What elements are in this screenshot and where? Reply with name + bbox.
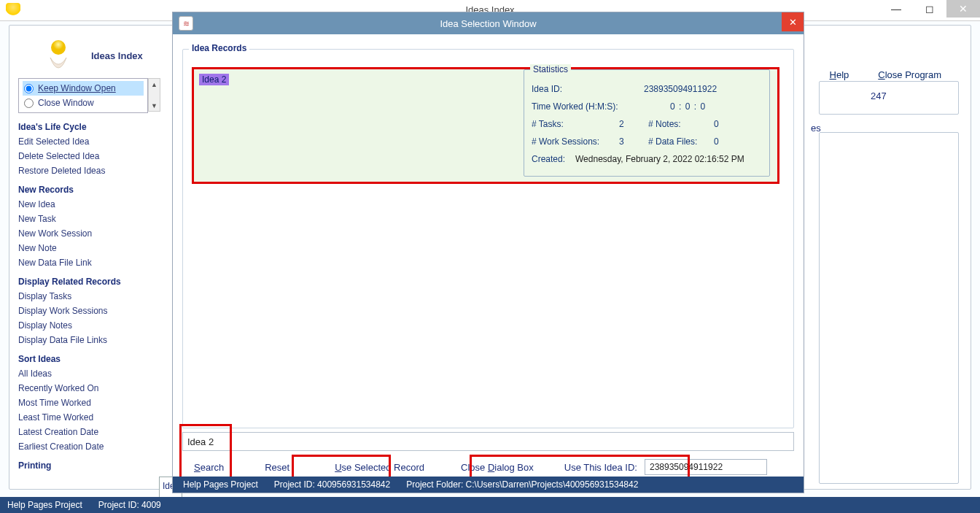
sidebar-group-title: Display Related Records: [18, 277, 155, 287]
statistics-body: Idea ID: 238935094911922 Time Worked (H:…: [532, 80, 762, 171]
sidebar-item[interactable]: Restore Deleted Ideas: [18, 164, 155, 177]
dialog-title: Idea Selection Window: [440, 18, 536, 29]
radio-keep-open[interactable]: [24, 84, 34, 93]
stat-tasks-value: 2: [619, 119, 648, 129]
maximize-button[interactable]: ◻: [913, 0, 946, 18]
sidebar-group-title: Sort Ideas: [18, 354, 155, 364]
records-highlight-box: Idea 2 Statistics Idea ID: 2389350949119…: [192, 67, 779, 184]
right-secondary-box: es: [819, 132, 959, 484]
sidebar-item[interactable]: Display Data File Links: [18, 333, 155, 347]
idea-records-legend: Idea Records: [189, 43, 249, 53]
sidebar-window-options: Keep Window Open Close Window: [18, 78, 148, 113]
sidebar-options-scrollbar[interactable]: ▲ ▼: [148, 78, 160, 112]
records-count-box: rds 247: [819, 81, 959, 115]
stat-idea-id-label: Idea ID:: [532, 84, 619, 94]
stat-tasks-label: # Tasks:: [532, 119, 619, 129]
sidebar-item[interactable]: Delete Selected Idea: [18, 150, 155, 163]
idea-records-fieldset: Idea Records Idea 2 Statistics Idea ID: …: [182, 49, 794, 428]
java-icon: ≋: [179, 16, 193, 31]
close-dialog-button[interactable]: Close Dialog Box: [449, 458, 545, 477]
app-icon: [6, 3, 20, 18]
stat-sessions-value: 3: [619, 136, 648, 147]
dialog-body: Idea Records Idea 2 Statistics Idea ID: …: [178, 39, 798, 472]
sidebar-item[interactable]: Display Work Sessions: [18, 304, 155, 317]
sidebar-item[interactable]: New Work Session: [18, 227, 155, 240]
radio-close-window[interactable]: [24, 99, 34, 108]
main-menubar: Help Close Program: [830, 69, 941, 80]
stat-created-label: Created:: [532, 154, 569, 164]
sidebar-list: Idea's Life CycleEdit Selected IdeaDelet…: [18, 117, 155, 478]
idea-selection-dialog: ≋ Idea Selection Window ✕ Idea Records I…: [173, 12, 804, 493]
search-input[interactable]: [182, 432, 794, 451]
stat-files-value: 0: [714, 136, 743, 147]
menu-close-program[interactable]: Close Program: [878, 69, 941, 80]
dialog-status-bar: Help Pages Project Project ID: 400956931…: [173, 477, 804, 493]
option-close-window[interactable]: Close Window: [23, 96, 144, 110]
stat-idea-id-value: 238935094911922: [644, 84, 762, 94]
window-buttons: — ◻ ✕: [879, 0, 980, 18]
idea-id-input[interactable]: [645, 459, 767, 475]
close-button[interactable]: ✕: [946, 0, 980, 18]
sidebar-group: Display Related RecordsDisplay TasksDisp…: [18, 277, 155, 347]
sidebar-group: Idea's Life CycleEdit Selected IdeaDelet…: [18, 122, 155, 177]
sidebar-item[interactable]: New Idea: [18, 198, 155, 211]
dialog-status-project: Help Pages Project: [183, 479, 258, 490]
sidebar-group-title: New Records: [18, 185, 155, 195]
sidebar-group-title: Idea's Life Cycle: [18, 122, 155, 132]
use-selected-record-button[interactable]: Use Selected Record: [323, 458, 436, 477]
dialog-close-button[interactable]: ✕: [782, 12, 804, 31]
dialog-button-row: Search Reset Use Selected Record Close D…: [182, 456, 794, 478]
stat-time-h: 0: [670, 101, 675, 112]
stat-time-label: Time Worked (H:M:S):: [532, 101, 619, 112]
sidebar-item[interactable]: Recently Worked On: [18, 382, 155, 395]
sidebar-item[interactable]: Most Time Worked: [18, 396, 155, 409]
sidebar-item[interactable]: Display Tasks: [18, 290, 155, 303]
status-project-id: Project ID: 4009: [98, 500, 161, 510]
dialog-status-folder: Project Folder: C:\Users\Darren\Projects…: [406, 479, 638, 490]
record-item-selected[interactable]: Idea 2: [199, 74, 229, 85]
svg-point-0: [51, 40, 66, 55]
stat-notes-value: 0: [714, 119, 743, 129]
reset-button[interactable]: Reset: [253, 458, 301, 477]
sidebar-title: Ideas Index: [91, 50, 143, 61]
sidebar-item[interactable]: Display Notes: [18, 319, 155, 332]
stat-created-value: Wednesday, February 2, 2022 02:16:52 PM: [575, 154, 762, 164]
option-keep-window-open[interactable]: Keep Window Open: [23, 81, 144, 96]
sidebar-group: New RecordsNew IdeaNew TaskNew Work Sess…: [18, 185, 155, 269]
sidebar-group-title: Printing: [18, 460, 155, 471]
main-status-bar: Help Pages Project Project ID: 4009: [0, 497, 980, 513]
use-this-idea-id-label[interactable]: Use This Idea ID:: [553, 458, 640, 477]
ideas-bulb-icon: [42, 37, 75, 71]
stat-sessions-label: # Work Sessions:: [532, 136, 619, 147]
sidebar-item[interactable]: New Data File Link: [18, 256, 155, 269]
records-count-value: 247: [871, 90, 887, 101]
sidebar-item[interactable]: Edit Selected Idea: [18, 135, 155, 148]
dialog-status-project-id: Project ID: 400956931534842: [274, 479, 390, 490]
sidebar-group: Printing: [18, 460, 155, 471]
stat-notes-label: # Notes:: [648, 119, 714, 129]
sidebar-item[interactable]: New Note: [18, 242, 155, 255]
sidebar-item[interactable]: All Ideas: [18, 367, 155, 380]
minimize-button[interactable]: —: [879, 0, 913, 18]
stat-time-m: 0: [685, 101, 691, 112]
sidebar-item[interactable]: Earliest Creation Date: [18, 440, 155, 453]
sidebar-group: Sort IdeasAll IdeasRecently Worked OnMos…: [18, 354, 155, 453]
stat-files-label: # Data Files:: [648, 136, 714, 147]
option-close-window-label: Close Window: [38, 98, 94, 108]
statistics-fieldset: Statistics Idea ID: 238935094911922 Time…: [524, 69, 770, 177]
statistics-legend: Statistics: [530, 64, 571, 74]
sidebar-item[interactable]: New Task: [18, 212, 155, 225]
option-keep-window-open-label: Keep Window Open: [38, 83, 116, 93]
right-secondary-label: es: [811, 123, 821, 134]
records-list[interactable]: Idea 2: [199, 74, 513, 176]
sidebar-item[interactable]: Latest Creation Date: [18, 425, 155, 439]
status-project: Help Pages Project: [7, 500, 82, 510]
stat-time-s: 0: [700, 101, 705, 112]
sidebar-item[interactable]: Least Time Worked: [18, 411, 155, 424]
dialog-titlebar: ≋ Idea Selection Window ✕: [173, 12, 804, 34]
search-button[interactable]: Search: [182, 458, 236, 477]
menu-help[interactable]: Help: [830, 69, 849, 80]
